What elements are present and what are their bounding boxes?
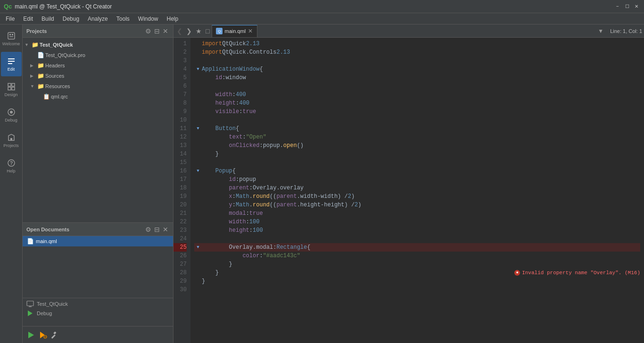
line-number-block: 1234567891011121314151617181920212223242… <box>173 40 189 294</box>
sidebar-icons: Welcome Edit Design Debug Projects ? Hel… <box>0 24 23 343</box>
sidebar-item-welcome[interactable]: Welcome <box>1 26 22 51</box>
qrc-file-icon: 📋 <box>42 93 50 100</box>
left-panel: Projects ⚙ ⊟ ✕ ▼ 📁 Test_QtQuick 📄 Test_Q… <box>23 24 173 343</box>
code-line-6 <box>194 82 640 90</box>
editor-right-controls: ▼ Line: 1, Col: 1 <box>597 28 642 34</box>
code-editor: 1234567891011121314151617181920212223242… <box>173 38 644 343</box>
tree-label-root: Test_QtQuick <box>40 42 73 48</box>
sidebar-item-design[interactable]: Design <box>1 77 22 102</box>
tree-item-root[interactable]: ▼ 📁 Test_QtQuick <box>23 40 173 50</box>
sidebar-item-help[interactable]: ? Help <box>1 154 22 178</box>
menu-file[interactable]: File <box>2 15 18 23</box>
open-docs-close-button[interactable]: ✕ <box>162 226 169 233</box>
svg-rect-1 <box>9 34 11 35</box>
svg-rect-24 <box>51 334 56 338</box>
code-line-20: y: Math.round((parent.height - height) /… <box>194 201 640 209</box>
menu-build[interactable]: Build <box>38 15 58 23</box>
open-docs-header: Open Documents ⚙ ⊟ ✕ <box>23 223 173 236</box>
code-line-13: onClicked: popup.open() <box>194 141 640 150</box>
tree-label-pro: Test_QtQuick.pro <box>45 52 85 58</box>
code-line-23: height: 100 <box>194 226 640 235</box>
doc-label-main-qml: main.qml <box>36 238 57 244</box>
menu-help[interactable]: Help <box>163 15 182 23</box>
svg-text:?: ? <box>9 160 13 166</box>
svg-point-23 <box>45 336 46 337</box>
svg-rect-10 <box>12 87 15 90</box>
projects-header: Projects ⚙ ⊟ ✕ <box>23 24 173 38</box>
code-line-21: modal: true <box>194 209 640 218</box>
close-doc-button[interactable]: □ <box>204 26 211 36</box>
sidebar-item-debug[interactable]: Debug <box>1 103 22 127</box>
file-tree: ▼ 📁 Test_QtQuick 📄 Test_QtQuick.pro ▶ 📁 … <box>23 38 173 222</box>
minimize-button[interactable]: − <box>614 3 621 10</box>
forward-button[interactable]: ❯ <box>185 26 193 36</box>
projects-layout-button[interactable]: ⊟ <box>153 27 161 35</box>
menu-debug[interactable]: Debug <box>59 15 83 23</box>
debug-device-item[interactable]: Test_QtQuick <box>26 300 169 308</box>
run-icon-small <box>26 310 34 317</box>
editor-dropdown-button[interactable]: ▼ <box>597 28 604 34</box>
qml-tab-icon: Q <box>216 28 223 34</box>
code-line-30 <box>194 286 640 294</box>
svg-rect-5 <box>8 61 15 62</box>
svg-rect-0 <box>8 33 15 39</box>
debug-run-item[interactable]: Debug <box>26 310 169 317</box>
doc-item-main-qml[interactable]: 📄 main.qml <box>23 236 173 246</box>
svg-marker-18 <box>28 310 33 316</box>
tree-label-resources: Resources <box>45 83 70 89</box>
sidebar-item-projects[interactable]: Projects <box>1 128 22 153</box>
open-docs-panel: Open Documents ⚙ ⊟ ✕ 📄 main.qml Test_QtQ… <box>23 222 173 326</box>
run-controls <box>23 326 173 343</box>
restore-button[interactable]: ☐ <box>623 3 631 10</box>
code-line-9: visible: true <box>194 107 640 116</box>
tree-label-sources: Sources <box>45 73 64 79</box>
tree-item-qmlqrc[interactable]: 📋 qml.qrc <box>23 91 173 102</box>
code-line-2: import QtQuick.Controls 2.13 <box>194 48 640 57</box>
error-text: Invalid property name "Overlay". (M16) <box>522 269 640 277</box>
build-button[interactable] <box>50 331 58 339</box>
code-line-17: id: popup <box>194 175 640 184</box>
line-numbers: 1234567891011121314151617181920212223242… <box>173 38 190 343</box>
edit-label: Edit <box>8 67 15 72</box>
code-line-4: ▼ApplicationWindow { <box>194 65 640 74</box>
projects-panel-actions: ⚙ ⊟ ✕ <box>144 27 169 35</box>
folder-icon-headers: 📁 <box>37 62 44 69</box>
error-message: ● Invalid property name "Overlay". (M16) <box>514 269 640 277</box>
svg-rect-17 <box>29 306 32 307</box>
editor-toolbar: ❮ ❯ ★ □ Q main.qml ✕ ▼ Line: 1, Col: 1 <box>173 24 644 38</box>
open-docs-panel-actions: ⚙ ⊟ ✕ <box>144 226 169 233</box>
svg-rect-7 <box>8 83 11 86</box>
close-button[interactable]: ✕ <box>633 3 640 10</box>
open-docs-settings-button[interactable]: ⚙ <box>144 226 152 233</box>
menu-edit[interactable]: Edit <box>19 15 37 23</box>
bookmark-button[interactable]: ★ <box>194 26 203 36</box>
titlebar-title: main.qml @ Test_QtQuick - Qt Creator <box>15 3 112 10</box>
code-line-5: id: window <box>194 74 640 82</box>
code-line-26: color: "#aadc143c" <box>194 252 640 260</box>
projects-close-button[interactable]: ✕ <box>162 27 169 35</box>
svg-marker-19 <box>28 332 34 338</box>
tree-item-headers[interactable]: ▶ 📁 Headers <box>23 60 173 71</box>
menu-tools[interactable]: Tools <box>113 15 133 23</box>
tab-close-button[interactable]: ✕ <box>248 28 253 34</box>
svg-rect-4 <box>8 58 15 59</box>
back-button[interactable]: ❮ <box>175 26 184 36</box>
menu-window[interactable]: Window <box>134 15 162 23</box>
code-content[interactable]: import QtQuick 2.13 import QtQuick.Contr… <box>190 38 644 343</box>
titlebar: Qc main.qml @ Test_QtQuick - Qt Creator … <box>0 0 644 13</box>
tree-arrow-root: ▼ <box>25 42 30 47</box>
menu-analyze[interactable]: Analyze <box>84 15 112 23</box>
tree-item-sources[interactable]: ▶ 📁 Sources <box>23 71 173 81</box>
sidebar-item-edit[interactable]: Edit <box>1 52 22 76</box>
run-button[interactable] <box>26 330 36 340</box>
tree-item-pro[interactable]: 📄 Test_QtQuick.pro <box>23 50 173 60</box>
svg-point-12 <box>10 111 13 114</box>
welcome-label: Welcome <box>2 41 20 46</box>
projects-label: Projects <box>3 143 19 148</box>
svg-rect-6 <box>8 63 12 64</box>
tree-item-resources[interactable]: ▼ 📁 Resources <box>23 81 173 91</box>
run-debug-button[interactable] <box>39 331 47 339</box>
editor-tab-main-qml[interactable]: Q main.qml ✕ <box>212 25 257 37</box>
open-docs-split-button[interactable]: ⊟ <box>153 226 161 233</box>
projects-settings-button[interactable]: ⚙ <box>144 27 152 35</box>
